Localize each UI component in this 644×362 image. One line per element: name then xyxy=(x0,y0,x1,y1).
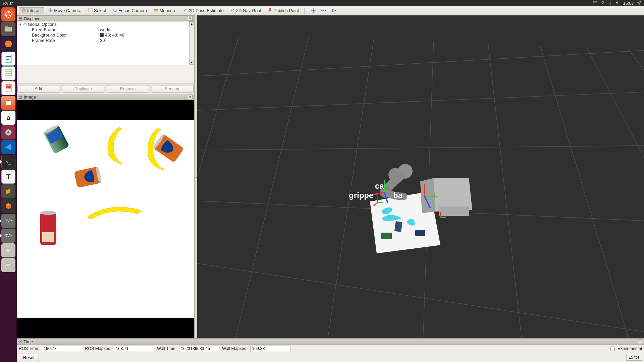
experimental-label: Experimental xyxy=(618,346,642,351)
remove-button[interactable]: Remove xyxy=(107,85,149,93)
tree-expand-icon[interactable]: ▾ xyxy=(19,22,22,27)
svg-rect-0 xyxy=(593,1,597,4)
tree-row-fixed-frame[interactable]: Fixed Frame world xyxy=(17,27,194,32)
svg-rect-49 xyxy=(439,206,469,216)
time-panel-title: Time xyxy=(23,339,33,344)
svg-point-9 xyxy=(9,15,11,16)
launcher-software[interactable] xyxy=(1,96,15,110)
svg-rect-17 xyxy=(6,59,9,60)
launcher-sublime[interactable] xyxy=(1,184,15,198)
launcher-firefox[interactable] xyxy=(1,37,15,51)
tool-publish-point[interactable]: Publish Point xyxy=(265,7,302,14)
tool-visibility-icon[interactable]: ▾ xyxy=(331,8,336,13)
tool-move-camera[interactable]: Move Camera xyxy=(46,7,84,14)
close-icon[interactable]: ✕ xyxy=(188,16,193,21)
svg-point-6 xyxy=(638,2,640,4)
svg-rect-4 xyxy=(596,2,597,2)
svg-rect-20 xyxy=(6,85,11,88)
launcher-writer[interactable] xyxy=(1,52,15,66)
tool-measure-label: Measure xyxy=(159,8,176,13)
launcher-terminal[interactable]: >_ xyxy=(1,155,15,169)
wall-time-field[interactable] xyxy=(179,346,219,352)
add-button[interactable]: Add xyxy=(17,85,59,93)
launcher-vscode[interactable] xyxy=(1,140,15,154)
tree-row-background-color[interactable]: Background Color 48; 48; 48 xyxy=(17,32,194,38)
close-icon[interactable]: ✕ xyxy=(188,95,193,99)
tree-row-frame-rate[interactable]: Frame Rate 30 xyxy=(17,38,194,43)
select-icon xyxy=(88,8,93,13)
fps-indicator: 15 fps xyxy=(626,354,642,361)
svg-rect-43 xyxy=(42,232,54,242)
wifi-icon[interactable] xyxy=(601,1,605,6)
arrow-green-icon xyxy=(183,8,187,13)
launcher-amazon[interactable]: a xyxy=(1,111,15,125)
workspace: ▤ Displays ✕ ▾ Global Options Fixed Fram… xyxy=(17,15,644,338)
launcher-files[interactable] xyxy=(1,22,15,36)
image-panel-header[interactable]: ▤ Image ✕ xyxy=(17,94,194,100)
launcher-disk-1[interactable] xyxy=(1,243,15,257)
scroll-up-icon[interactable]: ▲ xyxy=(190,21,194,26)
experimental-checkbox[interactable] xyxy=(610,347,615,351)
vertical-splitter[interactable] xyxy=(195,15,197,338)
tool-add-icon[interactable] xyxy=(311,8,316,13)
ros-time-label: ROS Time: xyxy=(19,346,39,351)
rename-button[interactable]: Rename xyxy=(152,85,194,93)
svg-point-5 xyxy=(602,3,603,4)
ruler-icon xyxy=(154,8,158,13)
gear-icon[interactable] xyxy=(637,1,641,6)
tool-interact[interactable]: Interact xyxy=(19,7,44,14)
bluetooth-icon[interactable] xyxy=(608,1,612,6)
launcher-disk-2[interactable] xyxy=(1,258,15,272)
ros-elapsed-label: ROS Elapsed: xyxy=(85,346,111,351)
displays-panel-header[interactable]: ▤ Displays ✕ xyxy=(17,15,194,21)
arrow-red-icon xyxy=(230,8,235,13)
clock[interactable]: 16:07 xyxy=(623,1,634,6)
svg-point-10 xyxy=(6,15,7,16)
launcher-impress[interactable] xyxy=(1,81,15,95)
scroll-down-icon[interactable]: ▼ xyxy=(190,60,194,65)
launcher-gazebo[interactable] xyxy=(1,199,15,213)
system-tray[interactable]: 16:07 xyxy=(593,1,641,6)
panel-grip-icon: ▤ xyxy=(18,95,22,100)
svg-rect-14 xyxy=(5,55,12,62)
tool-focus-camera[interactable]: Focus Camera xyxy=(110,7,150,14)
svg-rect-11 xyxy=(5,27,12,32)
scene-label-gripper: grippe xyxy=(349,191,373,200)
image-view[interactable] xyxy=(17,100,194,338)
reset-button[interactable]: Reset xyxy=(19,354,39,361)
scene-label-ca: ca xyxy=(375,181,384,191)
left-column: ▤ Displays ✕ ▾ Global Options Fixed Fram… xyxy=(17,15,195,338)
launcher-dash[interactable] xyxy=(1,7,15,21)
tree-scrollbar[interactable]: ▲ ▼ xyxy=(189,21,194,65)
tool-nav-goal-label: 2D Nav Goal xyxy=(236,8,261,13)
tool-pose-estimate-label: 2D Pose Estimate xyxy=(189,8,224,13)
close-icon[interactable]: ✕ xyxy=(638,339,642,344)
time-panel-header[interactable]: Time ✕ xyxy=(17,339,644,345)
svg-rect-1 xyxy=(594,2,595,2)
launcher-rviz-1[interactable]: RViz xyxy=(1,214,15,228)
ros-time-field[interactable] xyxy=(42,346,82,352)
tool-remove-icon[interactable]: ▾ xyxy=(321,8,326,13)
ros-elapsed-field[interactable] xyxy=(114,346,154,352)
tool-2d-nav-goal[interactable]: 2D Nav Goal xyxy=(228,7,264,14)
wall-elapsed-field[interactable] xyxy=(250,346,290,352)
launcher-calc[interactable] xyxy=(1,66,15,80)
3d-view[interactable]: ca grippe ba xyxy=(197,15,644,338)
displays-tree[interactable]: ▾ Global Options Fixed Frame world Backg… xyxy=(17,21,194,65)
tool-select[interactable]: Select xyxy=(86,7,109,14)
keyboard-icon[interactable] xyxy=(593,1,597,6)
launcher-rviz-2[interactable]: RViz xyxy=(1,229,15,243)
tool-interact-label: Interact xyxy=(27,8,42,13)
svg-point-31 xyxy=(332,10,333,11)
reset-row: Reset 15 fps xyxy=(17,353,644,362)
move-icon xyxy=(48,8,53,13)
volume-icon[interactable] xyxy=(615,1,620,6)
duplicate-button[interactable]: Duplicate xyxy=(62,85,104,93)
camera-image xyxy=(17,120,194,318)
launcher-text-editor[interactable]: T xyxy=(1,170,15,184)
tool-measure[interactable]: Measure xyxy=(151,7,179,14)
launcher-settings[interactable] xyxy=(1,125,15,139)
svg-rect-15 xyxy=(6,56,11,57)
tree-root-global-options[interactable]: ▾ Global Options xyxy=(17,21,194,27)
tool-2d-pose-estimate[interactable]: 2D Pose Estimate xyxy=(180,7,226,14)
